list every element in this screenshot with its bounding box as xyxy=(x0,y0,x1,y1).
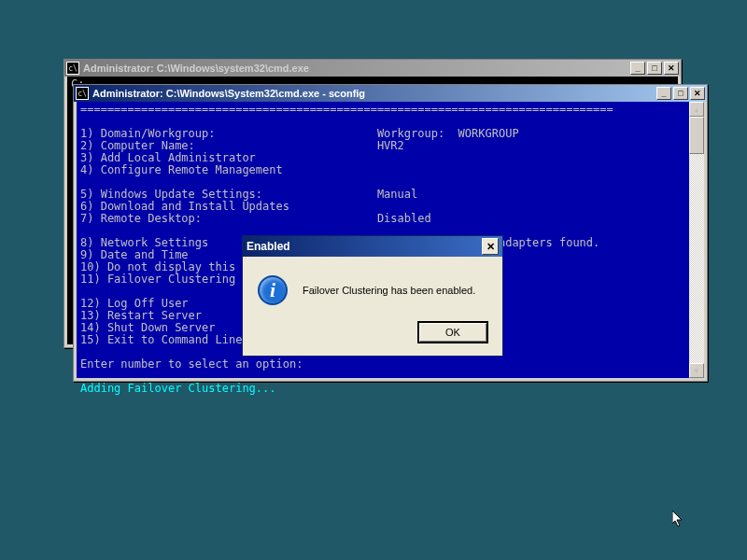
minimize-button[interactable]: _ xyxy=(656,87,671,100)
scrollbar[interactable]: ▲ ▼ xyxy=(689,102,704,378)
window-title-back: Administrator: C:\Windows\system32\cmd.e… xyxy=(83,63,628,74)
cursor-icon xyxy=(672,511,685,529)
titlebar-back[interactable]: c\ Administrator: C:\Windows\system32\cm… xyxy=(64,60,681,77)
dialog-close-button[interactable]: ✕ xyxy=(482,238,499,255)
maximize-button[interactable]: □ xyxy=(673,87,688,100)
scroll-up-button[interactable]: ▲ xyxy=(689,102,704,117)
dialog-message: Failover Clustering has been enabled. xyxy=(303,285,475,296)
status-line: Adding Failover Clustering... xyxy=(80,382,276,395)
titlebar-sconfig[interactable]: c\ Administrator: C:\Windows\System32\cm… xyxy=(74,85,707,102)
svg-marker-0 xyxy=(672,511,682,526)
divider: ========================================… xyxy=(80,103,613,116)
dialog-titlebar[interactable]: Enabled ✕ xyxy=(243,236,502,257)
close-button[interactable]: ✕ xyxy=(690,87,705,100)
minimize-button[interactable]: _ xyxy=(630,62,645,75)
info-icon: i xyxy=(258,275,288,305)
cmd-icon: c\ xyxy=(76,87,89,100)
maximize-button[interactable]: □ xyxy=(647,62,662,75)
scroll-thumb[interactable] xyxy=(689,117,704,154)
dialog-title: Enabled xyxy=(247,240,290,253)
window-title-sconfig: Administrator: C:\Windows\System32\cmd.e… xyxy=(92,88,655,99)
enter-prompt: Enter number to select an option: xyxy=(80,357,303,371)
scroll-track[interactable] xyxy=(689,154,704,363)
cmd-icon: c\ xyxy=(66,62,79,75)
close-button[interactable]: ✕ xyxy=(664,62,679,75)
dialog-enabled: Enabled ✕ i Failover Clustering has been… xyxy=(242,235,503,357)
scroll-down-button[interactable]: ▼ xyxy=(689,363,704,378)
ok-button[interactable]: OK xyxy=(418,322,487,343)
